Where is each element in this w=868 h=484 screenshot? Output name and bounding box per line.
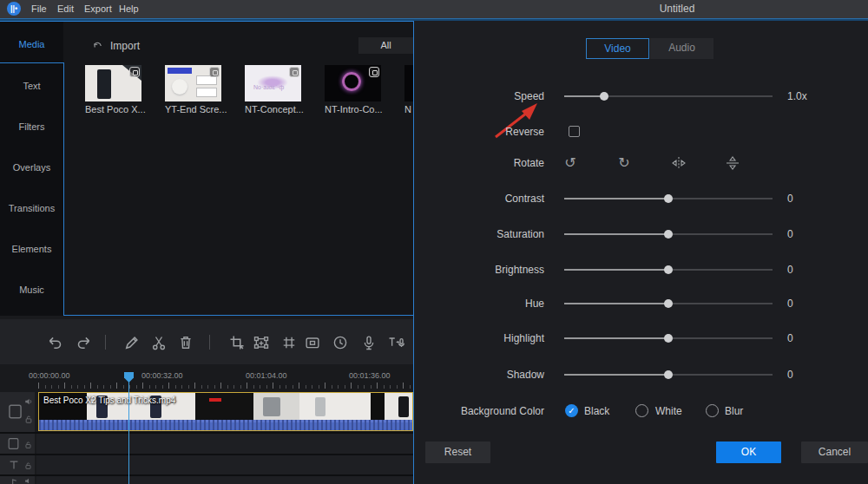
menu-help[interactable]: Help xyxy=(114,0,144,18)
track-audio-icon[interactable] xyxy=(24,397,33,406)
freeze-frame-icon[interactable] xyxy=(304,334,321,351)
radio-black[interactable]: ✓ xyxy=(565,404,578,417)
music-track-header xyxy=(0,476,35,484)
ok-button[interactable]: OK xyxy=(716,441,781,463)
cancel-button[interactable]: Cancel xyxy=(801,441,868,463)
highlight-slider[interactable] xyxy=(564,337,773,339)
background-color-label: Background Color xyxy=(414,405,544,417)
shadow-label: Shadow xyxy=(414,369,544,381)
speed-value: 1.0x xyxy=(787,90,822,102)
media-clip-thumbnail[interactable] xyxy=(404,65,413,101)
hue-value: 0 xyxy=(787,298,822,310)
playhead[interactable] xyxy=(128,379,129,484)
track-lock-icon[interactable] xyxy=(24,461,32,470)
redo-icon[interactable] xyxy=(76,334,93,351)
duration-icon[interactable] xyxy=(332,334,349,351)
mosaic-icon[interactable] xyxy=(280,334,298,351)
timeline-ruler[interactable] xyxy=(38,383,413,389)
highlight-label: Highlight xyxy=(414,332,544,344)
track-audio-icon[interactable] xyxy=(24,477,32,484)
sidebar-item-filters[interactable]: Filters xyxy=(0,121,63,135)
video-type-badge-icon xyxy=(129,67,140,77)
rotate-ccw-icon[interactable]: ↺ xyxy=(560,154,581,173)
tab-audio[interactable]: Audio xyxy=(650,38,713,59)
ruler-timestamp: 00:00:00.00 xyxy=(29,371,70,380)
media-selection-border xyxy=(0,62,63,63)
brightness-slider[interactable] xyxy=(564,269,773,271)
speed-slider[interactable] xyxy=(564,95,773,97)
sidebar-item-transitions[interactable]: Transitions xyxy=(0,203,63,217)
clip-settings-panel: Video Audio Speed 1.0x Reverse Rotate ↺ … xyxy=(414,21,868,484)
flip-vertical-icon[interactable] xyxy=(722,154,743,173)
filmstrip-icon xyxy=(6,436,21,451)
media-filter-dropdown[interactable]: All xyxy=(358,37,413,54)
reset-button[interactable]: Reset xyxy=(425,441,490,463)
undo-icon[interactable] xyxy=(46,334,63,351)
media-clip-name: NT-Intro-Co... xyxy=(325,104,394,114)
sidebar-item-overlays[interactable]: Overlays xyxy=(0,162,63,176)
speed-slider-handle[interactable] xyxy=(600,92,608,101)
zoom-frame-icon[interactable] xyxy=(253,334,270,351)
media-clip-thumbnail[interactable] xyxy=(165,65,221,101)
split-icon[interactable] xyxy=(150,334,168,351)
radio-white-label[interactable]: White xyxy=(655,405,682,417)
highlight-value: 0 xyxy=(787,332,822,344)
contrast-value: 0 xyxy=(787,193,822,205)
media-clip-name: N xyxy=(404,104,413,114)
app-logo-icon: ||• xyxy=(7,2,21,16)
toolbar-divider xyxy=(105,335,106,350)
music-track[interactable] xyxy=(36,476,413,484)
tab-video[interactable]: Video xyxy=(586,38,649,59)
video-track-2[interactable] xyxy=(36,434,413,454)
rotate-cw-icon[interactable]: ↻ xyxy=(614,154,635,173)
media-clip-name: Best Poco X... xyxy=(85,104,155,114)
shadow-slider[interactable] xyxy=(564,374,773,376)
video-track-2-header xyxy=(0,434,35,454)
sidebar-item-media[interactable]: Media xyxy=(0,39,63,53)
menu-export[interactable]: Export xyxy=(79,0,117,18)
clip-name: Best Poco X2 Tips and Tricks.mp4 xyxy=(43,396,175,405)
ruler-timestamp: 00:00:32.00 xyxy=(141,371,183,380)
crop-icon[interactable] xyxy=(228,334,246,351)
ruler-timestamp: 00:01:36.00 xyxy=(349,371,391,380)
text-track[interactable] xyxy=(36,455,413,474)
text-track-header xyxy=(0,455,35,474)
radio-white[interactable] xyxy=(635,404,648,417)
window-title: Untitled xyxy=(608,0,746,18)
edit-icon[interactable] xyxy=(123,334,141,351)
contrast-slider[interactable] xyxy=(564,198,773,199)
rotate-label: Rotate xyxy=(414,157,544,169)
menu-file[interactable]: File xyxy=(26,0,52,18)
radio-black-label[interactable]: Black xyxy=(584,405,609,417)
import-button[interactable]: Import xyxy=(91,38,140,54)
sidebar-item-elements[interactable]: Elements xyxy=(0,244,63,258)
sidebar-item-text[interactable]: Text xyxy=(0,81,63,95)
media-clip-thumbnail[interactable]: No·aɹσεˈ·ф xyxy=(245,65,301,101)
hue-slider[interactable] xyxy=(564,303,773,304)
timeline-clip[interactable]: Best Poco X2 Tips and Tricks.mp4 xyxy=(38,392,413,431)
radio-blur[interactable] xyxy=(706,404,719,417)
track-lock-icon[interactable] xyxy=(24,415,33,424)
toolbar-divider xyxy=(209,335,210,350)
sidebar-item-music[interactable]: Music xyxy=(0,285,63,298)
menu-edit[interactable]: Edit xyxy=(52,0,79,18)
media-clip-thumbnail[interactable] xyxy=(325,65,381,101)
saturation-value: 0 xyxy=(787,228,822,240)
reverse-checkbox[interactable] xyxy=(569,126,580,137)
text-to-speech-icon[interactable] xyxy=(387,334,404,351)
media-clip-thumbnail[interactable] xyxy=(85,65,141,101)
video-type-badge-icon xyxy=(289,67,299,77)
radio-blur-label[interactable]: Blur xyxy=(725,405,743,417)
contrast-label: Contrast xyxy=(414,193,544,205)
media-selection-border xyxy=(63,62,64,316)
track-lock-icon[interactable] xyxy=(24,441,32,449)
saturation-slider[interactable] xyxy=(564,233,773,235)
video-type-badge-icon xyxy=(369,67,379,77)
video-track-1-header xyxy=(0,392,35,432)
delete-icon[interactable] xyxy=(177,334,194,351)
hue-label: Hue xyxy=(414,298,544,310)
voiceover-icon[interactable] xyxy=(360,334,378,351)
flip-horizontal-icon[interactable] xyxy=(668,154,689,173)
text-track-icon xyxy=(8,459,20,471)
media-clip-name: NT-Concept... xyxy=(245,104,314,114)
